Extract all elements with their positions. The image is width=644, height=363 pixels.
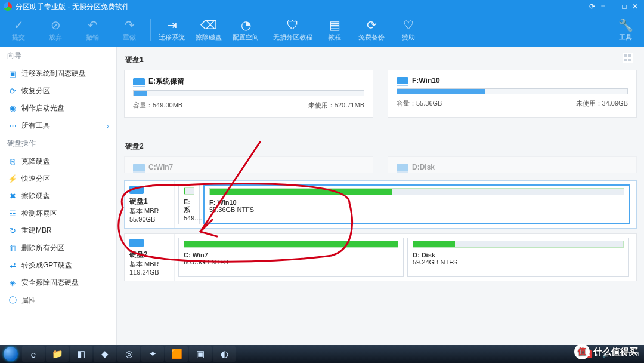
disk2-heading: 硬盘2 [125, 141, 637, 152]
sidebar-wizard-title: 向导 [0, 47, 116, 65]
ops-label-2: 擦除硬盘 [21, 191, 50, 201]
close-icon[interactable]: ✕ [630, 2, 640, 11]
main-panel: 硬盘1 E:系统保留容量：549.00MB未使用：520.71MBF:Win10… [117, 47, 644, 345]
sidebar: 向导 ▣迁移系统到固态硬盘⟳恢复分区◉制作启动光盘⋯所有工具› 硬盘操作 ⎘克隆… [0, 47, 117, 345]
tutorial-button[interactable]: 🛡无损分区教程 [270, 19, 316, 42]
watermark-text: 什么值得买 [593, 346, 638, 358]
ops-item-0[interactable]: ⎘克隆硬盘 [0, 153, 116, 170]
wizard-icon-3: ⋯ [7, 121, 18, 130]
diskmap-part-1-1[interactable]: D: Disk59.24GB NTFS [407, 238, 629, 277]
tools-button[interactable]: 🔧工具 [607, 19, 644, 42]
allocate-icon: ◔ [227, 19, 264, 32]
wipe-icon: ⌫ [190, 19, 227, 32]
ops-label-6: 转换成GPT硬盘 [21, 260, 72, 270]
ops-item-2[interactable]: ✖擦除硬盘 [0, 187, 116, 205]
donate-button[interactable]: ♡赞助 [390, 19, 427, 42]
disk-type: 基本 MBR [129, 207, 169, 216]
maximize-icon[interactable]: □ [619, 2, 630, 11]
sidebar-ops-title: 硬盘操作 [0, 134, 116, 153]
diskmap-info-0: 硬盘1基本 MBR55.90GB [125, 181, 175, 228]
part-name: F: Win10 [209, 199, 624, 206]
heart-icon: ♡ [390, 19, 427, 32]
wizard-icon-2: ◉ [7, 104, 18, 113]
partition-name: C:Win7 [148, 163, 173, 171]
ops-label-1: 快速分区 [21, 174, 50, 184]
ops-item-8[interactable]: ⓘ属性 [0, 291, 116, 309]
chevron-right-icon: › [107, 122, 109, 130]
ops-icon-7: ◈ [7, 278, 18, 287]
wipe-disk-button[interactable]: ⌫擦除磁盘 [190, 19, 227, 42]
wizard-item-2[interactable]: ◉制作启动光盘 [0, 100, 116, 117]
redo-button: ↷重做 [111, 19, 148, 42]
wizard-icon-1: ⟳ [7, 87, 18, 96]
diskmap-row-1[interactable]: 硬盘2基本 MBR119.24GBC: Win760.00GB NTFSD: D… [124, 233, 637, 281]
start-button[interactable] [0, 345, 21, 363]
undo-button: ↶撤销 [74, 19, 111, 42]
wrench-icon: 🔧 [607, 19, 644, 32]
ops-label-3: 检测坏扇区 [21, 208, 57, 219]
ops-item-3[interactable]: ☲检测坏扇区 [0, 205, 116, 222]
taskbar-app1-icon[interactable]: ◧ [70, 346, 92, 362]
commit-button: ✓提交 [0, 19, 37, 42]
book-icon: ▤ [316, 19, 353, 32]
ops-item-6[interactable]: ⇄转换成GPT硬盘 [0, 257, 116, 274]
diskmap-part-0-1[interactable]: F: Win1055.36GB NTFS [203, 184, 630, 224]
diskmap-row-0[interactable]: 硬盘1基本 MBR55.90GBE: 系549....F: Win1055.36… [124, 180, 637, 229]
migrate-os-button[interactable]: ⇥迁移系统 [153, 19, 190, 42]
ops-label-4: 重建MBR [21, 226, 52, 236]
usage-bar [397, 88, 628, 94]
ops-item-1[interactable]: ⚡快速分区 [0, 170, 116, 187]
partition-name: D:Disk [412, 163, 435, 171]
cancel-icon: ⊘ [37, 19, 74, 32]
ops-icon-3: ☲ [7, 209, 18, 218]
taskbar-app7-icon[interactable]: ◐ [213, 346, 236, 362]
allocate-space-button[interactable]: ◔配置空间 [227, 19, 264, 42]
partition-card2-0[interactable]: C:Win7 [124, 156, 373, 173]
disk-icon [133, 164, 145, 171]
part-name: E: 系 [184, 198, 194, 214]
usage-bar [133, 90, 364, 96]
ops-item-4[interactable]: ↻重建MBR [0, 222, 116, 239]
ops-icon-0: ⎘ [7, 157, 18, 166]
taskbar-app2-icon[interactable]: ◆ [94, 346, 116, 362]
window-title: 分区助手专业版 - 无损分区免费软件 [16, 2, 129, 12]
shield-icon: 🛡 [270, 19, 316, 32]
taskbar-ie-icon[interactable]: e [22, 346, 45, 362]
taskbar-app5-icon[interactable]: 🟧 [165, 346, 188, 362]
undo-icon: ↶ [74, 19, 111, 32]
refresh-icon[interactable]: ⟳ [587, 2, 597, 11]
taskbar-app3-icon[interactable]: ◎ [117, 346, 140, 362]
partition-card2-1[interactable]: D:Disk [388, 156, 637, 173]
ops-item-5[interactable]: 🗑删除所有分区 [0, 239, 116, 257]
ops-icon-1: ⚡ [7, 174, 18, 183]
partition-card-1[interactable]: F:Win10容量：55.36GB未使用：34.09GB [388, 70, 637, 118]
diskmap-part-0-0[interactable]: E: 系549.... [178, 184, 200, 224]
backup-icon: ⟳ [353, 19, 390, 32]
wizard-item-1[interactable]: ⟳恢复分区 [0, 82, 116, 100]
disk1-heading: 硬盘1 [125, 55, 637, 65]
backup-button[interactable]: ⟳免费备份 [353, 19, 390, 42]
windows-orb-icon [4, 347, 18, 361]
wizard-label-2: 制作启动光盘 [21, 103, 64, 113]
ops-item-7[interactable]: ◈安全擦除固态硬盘 [0, 274, 116, 291]
taskbar-app4-icon[interactable]: ✦ [141, 346, 164, 362]
diskmap-part-1-0[interactable]: C: Win760.00GB NTFS [178, 238, 404, 277]
guide-button[interactable]: ▤教程 [316, 19, 353, 42]
taskbar-explorer-icon[interactable]: 📁 [46, 346, 69, 362]
diskmap-parts: C: Win760.00GB NTFSD: Disk59.24GB NTFS [175, 234, 636, 281]
view-grid-icon[interactable] [623, 53, 633, 63]
menu-icon[interactable]: ≡ [597, 2, 608, 11]
usage-bar [184, 241, 398, 248]
ops-icon-4: ↻ [7, 226, 18, 235]
wizard-label-0: 迁移系统到固态硬盘 [21, 69, 86, 79]
minimize-icon[interactable]: — [608, 2, 619, 11]
ops-label-8: 属性 [21, 296, 36, 306]
wizard-item-0[interactable]: ▣迁移系统到固态硬盘 [0, 65, 116, 82]
partition-card-0[interactable]: E:系统保留容量：549.00MB未使用：520.71MB [124, 70, 373, 118]
taskbar-app6-icon[interactable]: ▣ [189, 346, 212, 362]
windows-taskbar[interactable]: e 📁 ◧ ◆ ◎ ✦ 🟧 ▣ ◐ S ▸ 🔊 2020/1/23 [0, 345, 644, 363]
wizard-label-1: 恢复分区 [21, 86, 50, 96]
ops-icon-8: ⓘ [7, 295, 18, 306]
wizard-item-3[interactable]: ⋯所有工具› [0, 117, 116, 134]
diskmap-area: 硬盘1基本 MBR55.90GBE: 系549....F: Win1055.36… [124, 180, 637, 281]
